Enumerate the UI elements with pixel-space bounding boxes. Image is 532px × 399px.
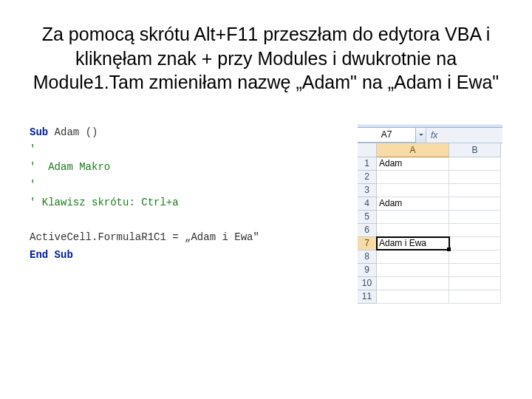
spreadsheet-grid[interactable]: A B 1 Adam 2 3 4 Adam 5 6	[358, 143, 502, 304]
cell[interactable]	[449, 157, 501, 171]
name-box[interactable]: A7	[358, 128, 416, 143]
excel-fragment: A7 fx A B 1 Adam 2 3 4 Adam 5	[358, 124, 502, 304]
cell[interactable]	[377, 250, 449, 264]
cell[interactable]	[449, 184, 501, 197]
cell[interactable]	[449, 224, 501, 237]
cell[interactable]	[377, 290, 449, 304]
code-keyword: Sub	[30, 126, 48, 138]
cell[interactable]	[449, 237, 501, 250]
row-header[interactable]: 2	[358, 171, 377, 184]
row-header[interactable]: 3	[358, 184, 377, 197]
row-header[interactable]: 4	[358, 197, 377, 211]
row-header[interactable]: 11	[358, 290, 377, 304]
cell[interactable]	[377, 171, 449, 184]
row-header[interactable]: 6	[358, 224, 377, 237]
code-comment: '	[30, 143, 35, 155]
name-box-dropdown-icon[interactable]	[416, 128, 426, 143]
cell[interactable]	[449, 171, 501, 184]
cell[interactable]	[377, 211, 449, 224]
cell[interactable]	[377, 224, 449, 237]
row-header[interactable]: 9	[358, 264, 377, 277]
code-text: Adam ()	[48, 126, 98, 138]
code-comment: ' Adam Makro	[30, 161, 110, 173]
cell[interactable]	[377, 264, 449, 277]
cell[interactable]: Adam	[377, 157, 449, 171]
cell[interactable]	[449, 250, 501, 264]
row-header[interactable]: 7	[358, 237, 377, 250]
code-comment: ' Klawisz skrótu: Ctrl+a	[30, 197, 179, 208]
active-cell[interactable]: Adam i Ewa	[376, 236, 450, 250]
row-header[interactable]: 10	[358, 277, 377, 290]
row-header[interactable]: 5	[358, 211, 377, 224]
fx-label[interactable]: fx	[426, 128, 442, 143]
row-header[interactable]: 8	[358, 250, 377, 264]
column-header-a[interactable]: A	[377, 143, 449, 157]
cell[interactable]: Adam	[377, 197, 449, 211]
code-comment: '	[30, 179, 35, 191]
row-header[interactable]: 1	[358, 157, 377, 171]
cell[interactable]	[377, 277, 449, 290]
column-header-b[interactable]: B	[449, 143, 501, 157]
cell[interactable]	[449, 211, 501, 224]
formula-bar-row: A7 fx	[358, 128, 502, 143]
cell[interactable]	[377, 184, 449, 197]
cell[interactable]	[449, 277, 501, 290]
code-keyword: End Sub	[30, 249, 73, 261]
cell[interactable]	[449, 264, 501, 277]
select-all-corner[interactable]	[358, 143, 377, 157]
slide-title: Za pomocą skrótu Alt+F11 przeszłam do ed…	[30, 22, 502, 95]
vba-code-block: Sub Adam () ' ' Adam Makro ' ' Klawisz s…	[30, 124, 343, 265]
cell[interactable]	[449, 290, 501, 304]
cell[interactable]	[449, 197, 501, 211]
code-text: ActiveCell.FormulaR1C1 = „Adam i Ewa"	[30, 231, 259, 243]
